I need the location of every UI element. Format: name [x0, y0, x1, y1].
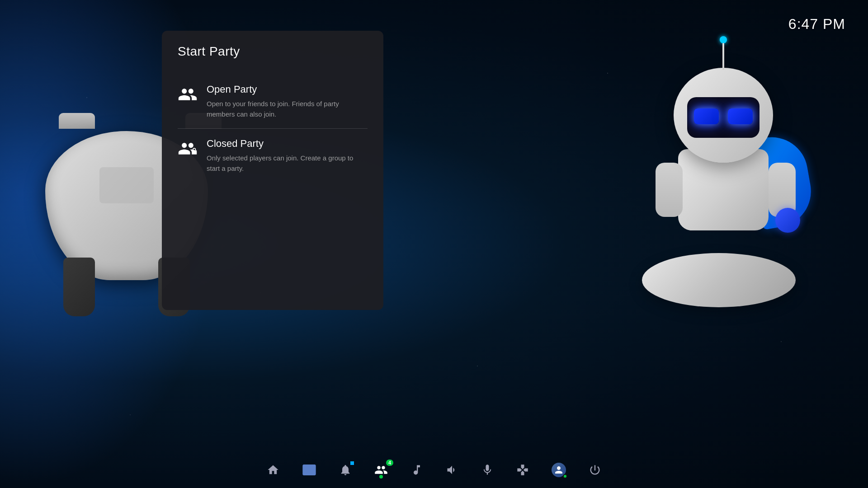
closed-party-icon [178, 139, 198, 159]
svg-rect-0 [193, 150, 197, 154]
start-party-dialog: Start Party Open Party Open to your frie… [162, 31, 383, 310]
system-clock: 6:47 PM [788, 16, 845, 33]
music-icon [410, 464, 423, 476]
open-party-option[interactable]: Open Party Open to your friends to join.… [178, 75, 368, 128]
taskbar-mic[interactable] [481, 464, 494, 476]
account-icon [553, 465, 564, 475]
power-icon-wrap [589, 464, 601, 476]
controller-icon-wrap [516, 464, 529, 476]
closed-party-description: Only selected players can join. Create a… [207, 153, 368, 174]
taskbar-home[interactable] [267, 464, 279, 476]
taskbar-music[interactable] [410, 464, 423, 476]
taskbar-notifications[interactable] [339, 464, 352, 476]
sound-icon-wrap [446, 464, 458, 476]
open-party-icon [178, 84, 198, 104]
music-icon-wrap [410, 464, 423, 476]
notifications-icon-wrap [339, 464, 352, 476]
bell-icon [339, 464, 352, 476]
taskbar: 4 [0, 452, 868, 488]
mic-icon-wrap [481, 464, 494, 476]
power-icon [589, 464, 601, 476]
open-party-title: Open Party [207, 84, 368, 95]
taskbar-game[interactable] [302, 463, 316, 477]
friends-icon-wrap: 4 [374, 463, 388, 477]
home-icon-wrap [267, 464, 279, 476]
open-party-description: Open to your friends to join. Friends of… [207, 99, 368, 119]
volume-icon [446, 464, 458, 476]
taskbar-friends[interactable]: 4 [374, 463, 388, 477]
closed-party-title: Closed Party [207, 138, 368, 150]
closed-party-option[interactable]: Closed Party Only selected players can j… [178, 129, 368, 183]
taskbar-sound[interactable] [446, 464, 458, 476]
robot-character [628, 45, 832, 325]
open-party-content: Open Party Open to your friends to join.… [207, 84, 368, 119]
taskbar-account[interactable] [552, 463, 566, 477]
controller-icon [516, 464, 529, 476]
game-icon [302, 463, 316, 477]
dialog-title: Start Party [178, 44, 368, 59]
closed-party-content: Closed Party Only selected players can j… [207, 138, 368, 174]
friends-badge: 4 [386, 460, 393, 466]
account-icon-wrap [552, 463, 566, 477]
game-icon-wrap [302, 463, 316, 477]
taskbar-power[interactable] [589, 464, 601, 476]
mic-icon [481, 464, 494, 476]
online-indicator [379, 475, 383, 479]
home-icon [267, 464, 279, 476]
taskbar-controller[interactable] [516, 464, 529, 476]
